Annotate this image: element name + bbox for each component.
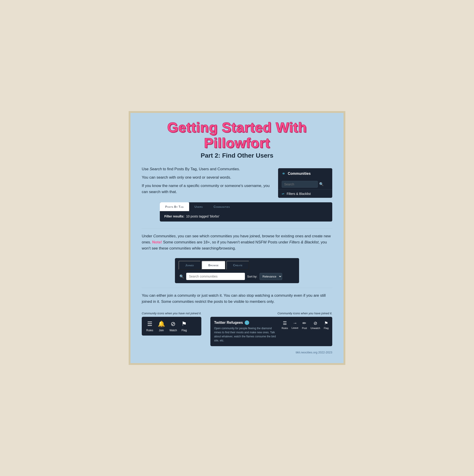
action-post-icon: ✏	[302, 321, 306, 326]
community-card: Twitter Refugees 🔗 Open community for pe…	[210, 317, 332, 346]
not-joined-label: Community icons when you have not joined…	[142, 312, 201, 315]
communities-header: ⚭ Communities	[278, 168, 332, 179]
join-icon: 🔔	[158, 321, 165, 327]
watch-label: Watch	[169, 329, 177, 332]
page-container: Getting Started With Pillowfort Part 2: …	[129, 111, 345, 365]
rules-label: Rules	[146, 329, 153, 332]
flag-icon: ⚑	[181, 321, 187, 327]
sort-select[interactable]: Relevance Newest Oldest	[260, 273, 282, 280]
filters-icon: ⇌	[282, 192, 284, 196]
communities-filters[interactable]: ⇌ Filters & Blacklist	[278, 189, 332, 198]
watch-icon-item: ⊘ Watch	[169, 321, 177, 332]
main-title: Getting Started With Pillowfort	[142, 120, 332, 150]
sort-by-label: Sort by:	[247, 275, 257, 278]
communities-widget: ⚭ Communities 🔍 ⇌ Filters & Blacklist	[278, 166, 332, 198]
search-tabs: Posts By Tag Users Communities	[160, 202, 332, 211]
community-desc: Open community for people fleeing the di…	[214, 326, 278, 342]
action-leave: → Leave	[292, 321, 298, 329]
community-search-row: 🔍 Sort by: Relevance Newest Oldest	[175, 270, 299, 283]
communities-icon: ⚭	[282, 171, 286, 176]
filters-text: Filters & Blacklist	[287, 192, 311, 196]
watch-section: You can either join a community or just …	[142, 292, 332, 305]
joined-box: Community icons when you have joined it.…	[210, 312, 332, 346]
communities-search-row: 🔍	[278, 179, 332, 189]
search-results-widget: Posts By Tag Users Communities Filter re…	[160, 202, 332, 221]
action-rules: ☰ Rules	[282, 321, 288, 329]
watch-icon: ⊘	[171, 321, 176, 327]
intro-line2: You can search with only one word or sev…	[142, 174, 271, 180]
filter-label: Filter results:	[164, 215, 184, 218]
tab-posts-by-tag[interactable]: Posts By Tag	[160, 202, 189, 211]
tab-communities[interactable]: Communities	[208, 202, 235, 211]
action-unwatch-icon: ⊘	[313, 321, 317, 326]
action-rules-icon: ☰	[283, 321, 287, 326]
action-flag: ⚑ Flag	[324, 321, 329, 329]
flag-icon-item: ⚑ Flag	[181, 321, 187, 332]
action-rules-label: Rules	[282, 327, 288, 329]
action-flag-icon: ⚑	[324, 321, 328, 326]
not-joined-icons-panel: ☰ Rules 🔔 Join ⊘ Watch ⚑ Flag	[142, 317, 201, 336]
community-info: Twitter Refugees 🔗 Open community for pe…	[214, 321, 278, 342]
joined-label: Community icons when you have joined it.	[210, 312, 332, 315]
community-search-input[interactable]	[186, 273, 245, 280]
action-unwatch: ⊘ Unwatch	[311, 321, 320, 329]
tab-joined[interactable]: Joined	[179, 261, 201, 270]
tab-browse[interactable]: Browse	[202, 261, 226, 270]
tab-create[interactable]: Create	[226, 261, 249, 270]
action-post-label: Post	[302, 327, 307, 329]
communities-para: Under Communities, you can see which com…	[142, 233, 332, 252]
rules-icon-item: ☰ Rules	[146, 321, 153, 332]
filter-results-text: Filter results: 10 posts tagged 'blorbo'	[164, 215, 219, 218]
search-result-row: Filter results: 10 posts tagged 'blorbo'	[160, 211, 332, 221]
action-post: ✏ Post	[302, 321, 307, 329]
intro-line3: If you know the name of a specific commu…	[142, 183, 271, 195]
intro-text: Use Search to find Posts By Tag, Users a…	[142, 166, 271, 197]
communities-search-input[interactable]	[282, 181, 318, 188]
action-unwatch-label: Unwatch	[311, 327, 320, 329]
join-icon-item: 🔔 Join	[158, 321, 165, 332]
communities-title: Communities	[288, 172, 311, 176]
tab-users[interactable]: Users	[189, 202, 208, 211]
footer: tikli.neocities.org 2022-2023	[142, 351, 332, 354]
search-icon-2: 🔍	[180, 274, 184, 279]
flag-label: Flag	[181, 329, 187, 332]
filter-value: 10 posts tagged 'blorbo'	[186, 215, 219, 218]
join-label: Join	[159, 329, 164, 332]
action-flag-label: Flag	[324, 327, 329, 329]
community-tabs-widget: Joined Browse Create 🔍 Sort by: Relevanc…	[175, 258, 299, 283]
communities-section: Under Communities, you can see which com…	[142, 233, 332, 252]
watch-text: You can either join a community or just …	[142, 292, 332, 305]
rules-icon: ☰	[147, 321, 152, 327]
top-section: Use Search to find Posts By Tag, Users a…	[142, 166, 332, 198]
filters-italic: Filters & Blacklist	[289, 240, 318, 244]
community-tabs-row: Joined Browse Create	[175, 258, 299, 270]
action-leave-label: Leave	[292, 326, 298, 329]
communities-italic: Communities	[153, 234, 176, 238]
search-icon: 🔍	[319, 182, 324, 186]
not-joined-box: Community icons when you have not joined…	[142, 312, 201, 336]
community-name: Twitter Refugees	[214, 321, 243, 325]
icons-section: Community icons when you have not joined…	[142, 312, 332, 346]
intro-line1: Use Search to find Posts By Tag, Users a…	[142, 166, 271, 172]
community-badge: 🔗	[245, 321, 249, 325]
action-leave-icon: →	[293, 321, 297, 326]
community-name-row: Twitter Refugees 🔗	[214, 321, 278, 325]
subtitle: Part 2: Find Other Users	[142, 152, 332, 159]
note-label: Note!	[152, 240, 162, 244]
community-actions: ☰ Rules → Leave ✏ Post ⊘ Unwatch	[282, 321, 329, 329]
